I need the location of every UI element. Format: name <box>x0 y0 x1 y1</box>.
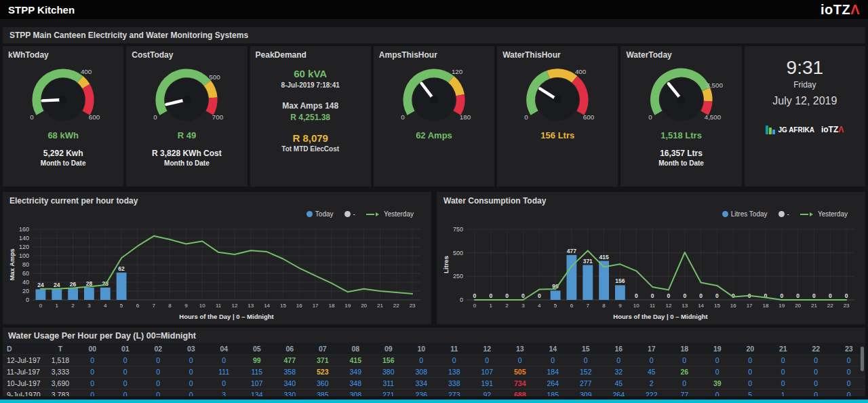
table-row[interactable]: 10-Jul-1973,6900000010734036034831133433… <box>3 378 865 389</box>
cell-hour-value[interactable]: 340 <box>273 379 307 387</box>
col-header-total[interactable]: T <box>45 345 76 353</box>
cell-hour-value[interactable]: 0 <box>800 368 833 376</box>
legend-item[interactable]: - <box>344 210 355 218</box>
cell-hour-value[interactable]: 415 <box>339 356 372 364</box>
table-scrollbar[interactable] <box>861 347 864 371</box>
cell-hour-value[interactable]: 185 <box>536 391 570 396</box>
col-header-hour[interactable]: 04 <box>208 345 241 353</box>
cell-hour-value[interactable]: 134 <box>241 391 274 396</box>
cell-hour-value[interactable]: 688 <box>504 391 537 396</box>
col-header-hour[interactable]: 08 <box>339 345 372 353</box>
cell-hour-value[interactable]: 0 <box>76 368 109 376</box>
cell-hour-value[interactable]: 0 <box>701 356 734 364</box>
cell-hour-value[interactable]: 0 <box>109 391 142 396</box>
col-header-hour[interactable]: 15 <box>570 345 603 353</box>
table-row[interactable]: 12-Jul-1971,5180000099477371415156000000… <box>3 355 865 366</box>
cell-hour-value[interactable]: 0 <box>76 379 109 387</box>
cell-hour-value[interactable]: 0 <box>635 356 669 364</box>
cell-hour-value[interactable]: 0 <box>536 356 570 364</box>
cell-hour-value[interactable]: 0 <box>668 379 701 387</box>
cell-hour-value[interactable]: 0 <box>109 368 142 376</box>
cell-hour-value[interactable]: 0 <box>175 356 208 364</box>
cell-hour-value[interactable]: 222 <box>635 391 669 396</box>
cell-hour-value[interactable]: 0 <box>175 368 208 376</box>
cell-hour-value[interactable]: 348 <box>339 379 372 387</box>
col-header-hour[interactable]: 09 <box>372 345 406 353</box>
cell-hour-value[interactable]: 271 <box>372 391 406 396</box>
cell-hour-value[interactable]: 330 <box>273 391 307 396</box>
legend-item[interactable]: - <box>778 210 789 218</box>
col-header-hour[interactable]: 02 <box>142 345 175 353</box>
cell-hour-value[interactable]: 385 <box>307 391 340 396</box>
legend-item[interactable]: Today <box>307 210 334 218</box>
cell-hour-value[interactable]: 0 <box>76 391 109 396</box>
cell-hour-value[interactable]: 0 <box>109 356 142 364</box>
col-header-hour[interactable]: 00 <box>76 345 109 353</box>
cell-hour-value[interactable]: 309 <box>570 391 603 396</box>
cell-hour-value[interactable]: 0 <box>833 379 866 387</box>
cell-hour-value[interactable]: 0 <box>668 356 701 364</box>
cell-hour-value[interactable]: 0 <box>109 379 142 387</box>
cell-hour-value[interactable]: 0 <box>570 356 603 364</box>
cell-hour-value[interactable]: 523 <box>307 368 340 376</box>
cell-hour-value[interactable]: 45 <box>635 368 669 376</box>
cell-hour-value[interactable]: 0 <box>767 356 800 364</box>
cell-hour-value[interactable]: 0 <box>142 356 175 364</box>
col-header-hour[interactable]: 19 <box>701 345 734 353</box>
cell-hour-value[interactable]: 308 <box>339 391 372 396</box>
cell-hour-value[interactable]: 32 <box>602 368 635 376</box>
cell-hour-value[interactable]: 380 <box>372 368 406 376</box>
table-row[interactable]: 9-Jul-19703,7830000313433038530827123627… <box>3 389 865 396</box>
cell-hour-value[interactable]: 264 <box>536 379 570 387</box>
cell-hour-value[interactable]: 5 <box>734 391 767 396</box>
col-header-hour[interactable]: 10 <box>405 345 438 353</box>
col-header-hour[interactable]: 05 <box>241 345 274 353</box>
cell-hour-value[interactable]: 0 <box>208 379 241 387</box>
cell-hour-value[interactable]: 107 <box>241 379 274 387</box>
cell-hour-value[interactable]: 152 <box>570 368 603 376</box>
cell-hour-value[interactable]: 39 <box>701 379 734 387</box>
cell-hour-value[interactable]: 308 <box>405 368 438 376</box>
legend-item[interactable]: Yesterday <box>366 210 414 218</box>
cell-hour-value[interactable]: 1 <box>767 391 800 396</box>
col-header-hour[interactable]: 06 <box>273 345 307 353</box>
cell-hour-value[interactable]: 505 <box>504 368 537 376</box>
col-header-hour[interactable]: 13 <box>504 345 537 353</box>
cell-hour-value[interactable]: 236 <box>405 391 438 396</box>
col-header-hour[interactable]: 22 <box>800 345 833 353</box>
cell-hour-value[interactable]: 477 <box>273 356 307 364</box>
cell-hour-value[interactable]: 0 <box>767 368 800 376</box>
cell-hour-value[interactable]: 156 <box>372 356 406 364</box>
cell-hour-value[interactable]: 107 <box>471 368 504 376</box>
col-header-hour[interactable]: 07 <box>307 345 340 353</box>
cell-hour-value[interactable]: 184 <box>536 368 570 376</box>
col-header-hour[interactable]: 03 <box>175 345 208 353</box>
cell-hour-value[interactable]: 0 <box>602 356 635 364</box>
cell-hour-value[interactable]: 0 <box>833 391 866 396</box>
col-header-hour[interactable]: 01 <box>109 345 142 353</box>
legend-item[interactable]: Litres Today <box>722 210 768 218</box>
cell-hour-value[interactable]: 0 <box>734 379 767 387</box>
cell-hour-value[interactable]: 0 <box>504 356 537 364</box>
cell-hour-value[interactable]: 191 <box>471 379 504 387</box>
cell-hour-value[interactable]: 0 <box>734 356 767 364</box>
cell-hour-value[interactable]: 349 <box>339 368 372 376</box>
cell-hour-value[interactable]: 734 <box>504 379 537 387</box>
cell-hour-value[interactable]: 0 <box>208 356 241 364</box>
cell-hour-value[interactable]: 0 <box>142 368 175 376</box>
cell-hour-value[interactable]: 111 <box>208 368 241 376</box>
col-header-hour[interactable]: 18 <box>668 345 701 353</box>
cell-hour-value[interactable]: 360 <box>307 379 340 387</box>
cell-hour-value[interactable]: 0 <box>142 379 175 387</box>
cell-hour-value[interactable]: 311 <box>372 379 406 387</box>
cell-hour-value[interactable]: 0 <box>800 391 833 396</box>
cell-hour-value[interactable]: 92 <box>471 391 504 396</box>
cell-hour-value[interactable]: 0 <box>734 368 767 376</box>
cell-hour-value[interactable]: 0 <box>701 391 734 396</box>
cell-hour-value[interactable]: 99 <box>241 356 274 364</box>
cell-hour-value[interactable]: 338 <box>438 379 471 387</box>
cell-hour-value[interactable]: 115 <box>241 368 274 376</box>
cell-hour-value[interactable]: 0 <box>175 391 208 396</box>
col-header-hour[interactable]: 17 <box>635 345 669 353</box>
col-header-hour[interactable]: 12 <box>471 345 504 353</box>
